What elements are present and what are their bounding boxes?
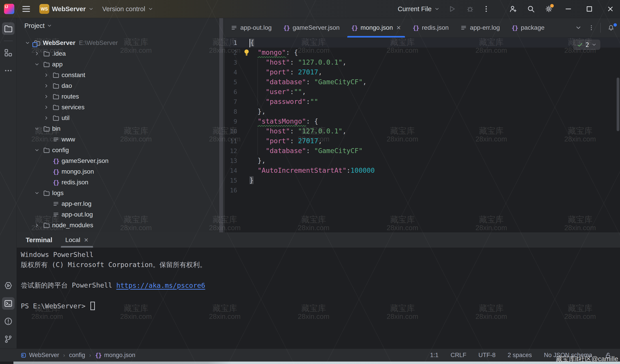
editor-line-4[interactable]: 4 "port": 27017, [225,67,620,77]
run-configuration-selector[interactable]: Current File [396,5,441,13]
problems-tool-icon[interactable] [2,315,15,328]
editor-line-7[interactable]: 7 "password":"" [225,97,620,107]
tree-item-app[interactable]: app [17,59,225,70]
tree-item-gameserver-json[interactable]: {}gameServer.json [17,156,225,166]
terminal-tool-icon[interactable] [2,297,15,310]
editor-line-12[interactable]: 12 "database": "GameCityCF" [225,146,620,156]
version-control-tool-icon[interactable] [2,333,15,346]
status-widget-crlf[interactable]: CRLF [451,352,466,359]
tree-item-logs[interactable]: logs [17,188,225,198]
editor-line-8[interactable]: 8 }, [225,107,620,116]
code-with-me-icon[interactable] [505,2,521,16]
editor-tab-gameserver-json[interactable]: {}gameServer.json [278,18,345,38]
tree-item-idea[interactable]: .idea [17,48,225,59]
tree-item-routes[interactable]: routes [17,91,225,102]
editor-scrollbar-thumb[interactable] [617,77,619,131]
json-icon: {} [51,179,61,186]
line-number: 1 [225,39,244,46]
project-panel-title: Project [24,22,45,29]
main-menu-icon[interactable] [20,6,32,12]
more-actions-icon[interactable] [480,2,493,16]
code-text: } [244,175,253,185]
editor-line-1[interactable]: 1{ [225,38,620,48]
breadcrumb-mongo-json[interactable]: {}mongo.json [95,352,135,359]
terminal-line-1: Windows PowerShell [21,249,620,260]
editor-line-3[interactable]: 3 "host": "127.0.0.1", [225,58,620,67]
hidden-tabs-chevron-icon[interactable] [573,22,584,33]
services-tool-icon[interactable] [2,279,15,292]
json-icon: {} [51,168,61,175]
editor-tab-mongo-json[interactable]: {}mongo.json✕ [345,18,407,38]
project-tree-scrollbar[interactable] [219,18,223,233]
project-panel-header[interactable]: Project [17,18,225,33]
tree-item-util[interactable]: util [17,113,225,123]
close-icon[interactable]: ✕ [84,237,89,243]
tab-options-kebab-icon[interactable] [586,22,597,33]
editor-line-5[interactable]: 5 "database": "GameCityCF", [225,77,620,87]
structure-tool-icon[interactable] [2,46,15,59]
search-everywhere-icon[interactable] [523,2,539,16]
project-switcher[interactable]: WS WebServer [38,4,95,14]
tree-item-app-err-log[interactable]: app-err.log [17,198,225,209]
status-widget-utf-8[interactable]: UTF-8 [478,352,496,359]
tree-item-constant[interactable]: constant [17,70,225,80]
project-tool-icon[interactable] [2,22,15,35]
tree-item-config[interactable]: config [17,145,225,156]
editor-line-10[interactable]: 10 "host": "127.0.0.1", [225,126,620,136]
tree-item-mongo-json[interactable]: {}mongo.json [17,166,225,177]
tree-item-dao[interactable]: dao [17,80,225,91]
tree-item-label: dao [62,82,72,89]
editor-line-13[interactable]: 13 }, [225,156,620,166]
tree-item-redis-json[interactable]: {}redis.json [17,177,225,188]
vcs-widget[interactable]: Version control [101,5,155,13]
breadcrumb-config[interactable]: config [69,352,85,359]
terminal-output[interactable]: Windows PowerShell版权所有 (C) Microsoft Cor… [17,248,620,311]
notifications-bell-icon[interactable] [604,22,618,33]
debug-icon[interactable] [462,2,478,16]
editor-line-15[interactable]: 15} [225,175,620,185]
run-icon[interactable] [444,2,460,16]
editor-tab-app-err-log[interactable]: app-err.log [454,18,506,38]
line-number: 4 [225,69,244,76]
terminal-link[interactable]: https://aka.ms/pscore6 [116,282,205,289]
breadcrumb-webserver[interactable]: WebServer [21,352,59,359]
terminal-tab-local[interactable]: Local ✕ [60,233,94,248]
intention-bulb-icon[interactable] [243,49,250,56]
editor-line-14[interactable]: 14 "AutoIncrementStartAt":100000 [225,166,620,175]
chevron-down-icon [148,6,153,12]
settings-gear-icon[interactable] [541,2,557,16]
tree-item-bin[interactable]: bin [17,123,225,134]
terminal-text: 版权所有 (C) Microsoft Corporation。保留所有权利。 [21,260,206,269]
editor-line-11[interactable]: 11 "port": 27017, [225,136,620,146]
code-editor[interactable]: 1{2 "mongo": {3 "host": "127.0.0.1",4 "p… [225,38,620,233]
inspections-widget[interactable]: 2 [573,40,600,50]
close-icon[interactable]: ✕ [396,25,401,31]
window-close-button[interactable] [601,0,620,18]
window-minimize-button[interactable] [559,0,578,18]
more-tool-windows-icon[interactable] [2,64,15,77]
status-widget-2-spaces[interactable]: 2 spaces [508,352,532,359]
inspections-ok-check-icon [577,41,583,48]
writable-lock-icon[interactable] [604,352,611,359]
status-widget-1-1[interactable]: 1:1 [430,352,438,359]
editor-line-16[interactable]: 16 [225,185,620,195]
line-number: 2 [225,49,244,56]
editor-tab-package[interactable]: {}package [506,18,550,38]
tab-label: package [521,24,545,31]
tree-item-app-out-log[interactable]: app-out.log [17,209,225,220]
editor-tab-redis-json[interactable]: {}redis.json [407,18,454,38]
editor-line-2[interactable]: 2 "mongo": { [225,48,620,58]
tree-item-webserver[interactable]: WebServerE:\WebServer [17,38,225,48]
editor-tab-app-out-log[interactable]: app-out.log [225,18,278,38]
folder-icon [41,222,52,229]
tabbar-divider [600,23,601,33]
window-maximize-button[interactable] [580,0,599,18]
tree-item-services[interactable]: services [17,102,225,113]
editor-line-6[interactable]: 6 "user":"", [225,87,620,97]
editor-line-9[interactable]: 9 "statsMongo": { [225,116,620,126]
status-widget-no-json-schema[interactable]: No JSON schema [544,352,592,359]
tree-item-www[interactable]: www [17,134,225,145]
code-text: "host": "127.0.0.1", [244,126,347,136]
project-tool-window: Project WebServerE:\WebServer.ideaappcon… [17,18,225,233]
tree-item-node-modules[interactable]: node_modules [17,220,225,231]
